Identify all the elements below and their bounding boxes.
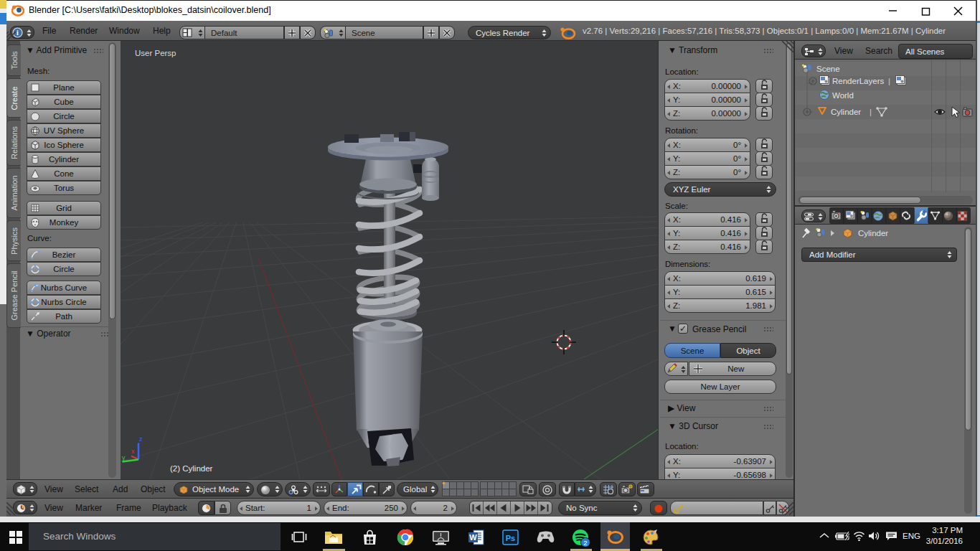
svg-text:User Persp: User Persp: [135, 49, 176, 57]
svg-text:x: x: [131, 448, 135, 455]
svg-text:(2) Cylinder: (2) Cylinder: [170, 464, 213, 473]
svg-text:World: World: [832, 91, 854, 100]
svg-text:Ps: Ps: [506, 534, 515, 542]
svg-text:Cylinder: Cylinder: [831, 108, 861, 116]
svg-text:y: y: [122, 454, 126, 461]
svg-text:W: W: [469, 533, 477, 542]
svg-text:2: 2: [583, 539, 587, 547]
svg-text:|: |: [888, 77, 890, 85]
svg-text:|: |: [870, 108, 872, 116]
svg-text:Cylinder: Cylinder: [858, 229, 888, 237]
svg-text:z: z: [139, 435, 143, 443]
svg-text:RenderLayers: RenderLayers: [832, 77, 884, 85]
svg-text:i: i: [17, 29, 19, 37]
svg-text:Scene: Scene: [816, 65, 840, 73]
